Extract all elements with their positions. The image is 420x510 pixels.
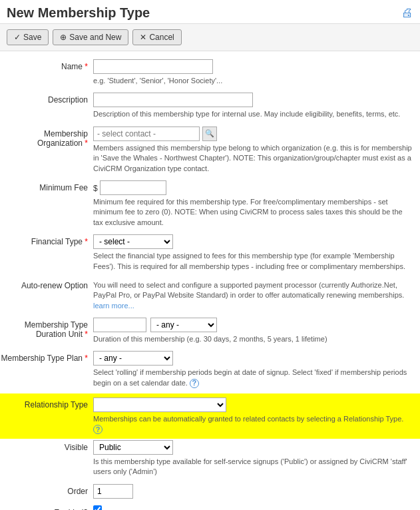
auto-renew-label: Auto-renew Option [0,278,93,290]
duration-label: Membership Type Duration Unit * [0,318,93,339]
minimum-fee-help: Minimum fee required for this membership… [93,197,413,228]
save-button[interactable]: ✓ Save [7,29,49,45]
visible-content: Public Admin Is this membership type ava… [93,440,413,477]
membership-org-row: Membership Organization * 🔍 Members assi… [0,125,420,175]
enabled-checkbox[interactable] [93,505,102,510]
plan-row: Membership Type Plan * - any - Select 'r… [0,350,420,389]
minimum-fee-input[interactable] [100,180,166,195]
name-row: Name * e.g. 'Student', 'Senior', 'Honor … [0,58,420,87]
order-label: Order [0,484,93,496]
name-content: e.g. 'Student', 'Senior', 'Honor Society… [93,59,413,86]
membership-org-content: 🔍 Members assigned this membership type … [93,127,413,174]
page-title: New Membership Type [7,5,150,21]
checkmark-icon: ✓ [14,33,21,42]
top-toolbar: ✓ Save ⊕ Save and New ✕ Cancel [0,24,420,51]
relationship-help-icon[interactable]: ? [93,425,103,434]
plan-select[interactable]: - any - [93,351,173,366]
cancel-button[interactable]: ✕ Cancel [132,29,181,45]
financial-type-help: Select the financial type assigned to fe… [93,251,413,272]
relationship-type-label: Relationship Type [0,397,93,409]
auto-renew-content: You will need to select and configure a … [93,278,413,311]
name-help: e.g. 'Student', 'Senior', 'Honor Society… [93,76,413,86]
financial-type-row: Financial Type * - select - Select the f… [0,233,420,273]
membership-org-input[interactable] [93,127,200,141]
plan-help: Select 'rolling' if membership periods b… [93,368,413,388]
order-content [93,484,413,499]
dollar-sign: $ [93,182,98,193]
description-row: Description Description of this membersh… [0,91,420,121]
description-input[interactable] [93,93,253,107]
plan-content: - any - Select 'rolling' if membership p… [93,351,413,388]
minimum-fee-content: $ Minimum fee required for this membersh… [93,180,413,228]
plan-help-icon[interactable]: ? [190,379,199,388]
duration-input[interactable] [93,318,146,332]
auto-renew-help: You will need to select and configure a … [93,280,413,311]
membership-org-label: Membership Organization * [0,127,93,148]
duration-content: - any - Duration of this membership (e.g… [93,318,413,344]
order-input[interactable] [93,484,133,499]
print-icon[interactable]: 🖨 [401,6,413,20]
description-help: Description of this membership type for … [93,109,413,119]
financial-type-select[interactable]: - select - [93,234,173,249]
financial-type-content: - select - Select the financial type ass… [93,234,413,272]
visible-row: Visible Public Admin Is this membership … [0,439,420,479]
relationship-type-select[interactable] [93,397,226,412]
visible-select[interactable]: Public Admin [93,440,173,455]
page-header: New Membership Type 🖨 [0,0,420,24]
name-label: Name * [0,59,93,71]
auto-renew-row: Auto-renew Option You will need to selec… [0,277,420,312]
membership-org-input-row: 🔍 [93,127,413,141]
duration-input-row: - any - [93,318,413,332]
membership-type-form: Name * e.g. 'Student', 'Senior', 'Honor … [0,51,420,510]
duration-help: Duration of this membership (e.g. 30 day… [93,334,413,344]
visible-help: Is this membership type available for se… [93,457,413,477]
plus-icon: ⊕ [60,33,67,42]
relationship-type-content: Memberships can be automatically granted… [93,397,413,435]
membership-org-help: Members assigned this membership type be… [93,143,413,174]
enabled-row: Enabled? [0,504,420,510]
enabled-label: Enabled? [0,505,93,510]
description-content: Description of this membership type for … [93,93,413,119]
minimum-fee-label: Minimum Fee [0,180,93,192]
description-label: Description [0,93,93,105]
x-icon: ✕ [140,33,146,42]
plan-label: Membership Type Plan * [0,351,93,363]
duration-row: Membership Type Duration Unit * - any - … [0,316,420,346]
relationship-type-help: Memberships can be automatically granted… [93,414,413,435]
minimum-fee-row: Minimum Fee $ Minimum fee required for t… [0,179,420,229]
save-new-button[interactable]: ⊕ Save and New [53,29,128,45]
relationship-type-row: Relationship Type Memberships can be aut… [0,393,420,439]
order-row: Order [0,483,420,500]
minimum-fee-input-row: $ [93,180,413,195]
duration-unit-select[interactable]: - any - [150,318,217,332]
visible-label: Visible [0,440,93,452]
enabled-content [93,505,413,510]
financial-type-label: Financial Type * [0,234,93,246]
name-input[interactable] [93,59,213,74]
auto-renew-learn-more-link[interactable]: learn more... [93,302,134,310]
membership-org-search-button[interactable]: 🔍 [202,127,217,141]
